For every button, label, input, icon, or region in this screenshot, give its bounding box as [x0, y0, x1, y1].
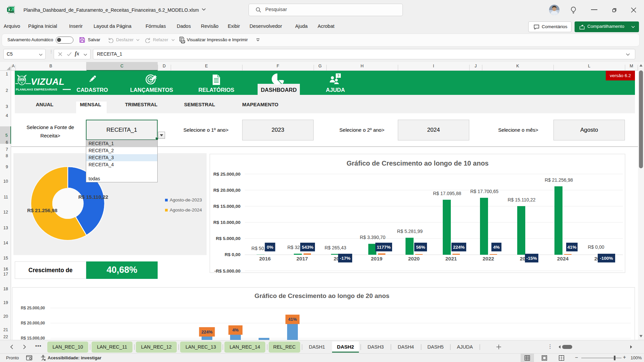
- svg-text:2024: 2024: [557, 256, 569, 261]
- svg-text:224%: 224%: [453, 245, 465, 250]
- svg-text:4%: 4%: [493, 245, 500, 250]
- svg-text:-100%: -100%: [600, 256, 613, 261]
- svg-text:?: ?: [337, 74, 339, 78]
- svg-text:2020: 2020: [408, 256, 420, 261]
- svg-text:2022: 2022: [483, 256, 494, 261]
- svg-text:R$ 5.000,00: R$ 5.000,00: [216, 236, 240, 241]
- svg-text:Agosto-de-2023: Agosto-de-2023: [170, 197, 202, 202]
- svg-text:Gráfico de Crescimento ao long: Gráfico de Crescimento ao longo de 10 an…: [346, 160, 488, 167]
- svg-text:R$ 0,00: R$ 0,00: [588, 244, 604, 250]
- svg-text:R$ 25.000,00: R$ 25.000,00: [21, 306, 45, 310]
- svg-text:R$ 0,00: R$ 0,00: [225, 252, 240, 257]
- svg-text:41%: 41%: [567, 245, 576, 250]
- svg-text:R$ 265,43: R$ 265,43: [325, 245, 346, 250]
- svg-text:56%: 56%: [416, 245, 425, 250]
- svg-text:2016: 2016: [259, 256, 271, 261]
- svg-text:R$ 20.000,00: R$ 20.000,00: [213, 188, 240, 193]
- svg-text:2019: 2019: [371, 256, 383, 261]
- svg-text:2017: 2017: [297, 256, 308, 261]
- svg-text:R$ 25.000,00: R$ 25.000,00: [213, 172, 240, 177]
- svg-text:4%: 4%: [232, 327, 239, 333]
- svg-text:R$ 15.110,22: R$ 15.110,22: [507, 197, 535, 202]
- svg-text:1177%: 1177%: [377, 245, 390, 250]
- svg-text:R$ 21.256,98: R$ 21.256,98: [27, 207, 57, 213]
- svg-text:R$ 21.256,98: R$ 21.256,98: [545, 177, 573, 183]
- svg-text:41%: 41%: [288, 317, 297, 322]
- svg-text:224%: 224%: [201, 329, 213, 335]
- svg-text:-R$ 5.000,00: -R$ 5.000,00: [214, 268, 240, 273]
- svg-text:R$ 10.000,00: R$ 10.000,00: [213, 220, 240, 225]
- svg-text:PLANILHAS EMPRESARIAIS: PLANILHAS EMPRESARIAIS: [16, 88, 57, 91]
- svg-text:X: X: [8, 8, 10, 12]
- svg-text:0%: 0%: [267, 245, 273, 250]
- svg-text:R$ 17.700,65: R$ 17.700,65: [470, 189, 498, 194]
- svg-text:R$ 15.000,00: R$ 15.000,00: [213, 204, 240, 209]
- svg-text:543%: 543%: [302, 245, 314, 250]
- svg-text:R$ 15.110,22: R$ 15.110,22: [78, 194, 108, 200]
- svg-text:VIZUAL: VIZUAL: [31, 77, 65, 87]
- svg-text:-17%: -17%: [340, 256, 351, 261]
- svg-text:R$ 5.281,99: R$ 5.281,99: [397, 229, 423, 234]
- svg-text:-15%: -15%: [526, 256, 537, 261]
- svg-text:R$ 3.390,70: R$ 3.390,70: [360, 235, 385, 240]
- svg-text:R$ 15.000,00: R$ 15.000,00: [21, 336, 45, 340]
- svg-text:Agosto-de-2024: Agosto-de-2024: [170, 207, 202, 213]
- svg-text:2021: 2021: [445, 256, 457, 261]
- svg-text:R$ 17.095,88: R$ 17.095,88: [433, 191, 461, 196]
- svg-text:R$ 20.000,00: R$ 20.000,00: [21, 321, 45, 325]
- svg-text:Gráfico de Crescimento ao long: Gráfico de Crescimento ao longo de 20 an…: [255, 292, 389, 299]
